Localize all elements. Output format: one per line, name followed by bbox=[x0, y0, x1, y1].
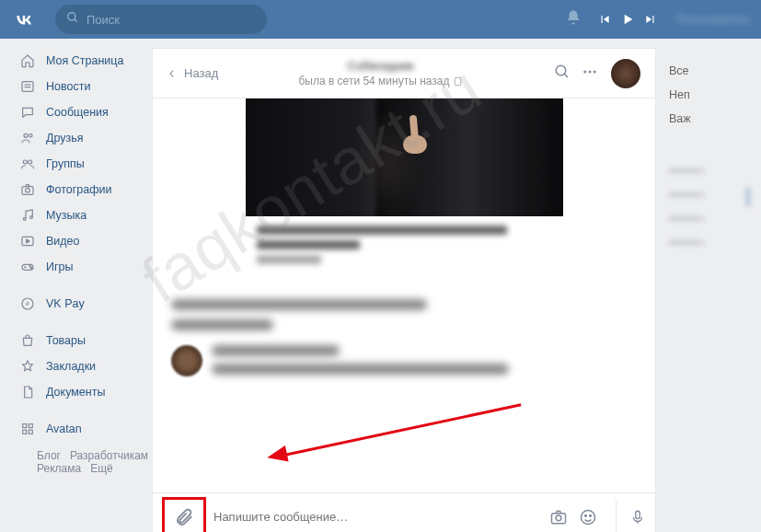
svg-point-0 bbox=[68, 13, 75, 20]
message-avatar[interactable] bbox=[171, 345, 202, 376]
message-input[interactable] bbox=[213, 510, 549, 524]
sidebar-item-video[interactable]: Видео bbox=[18, 228, 152, 254]
messages-icon bbox=[18, 103, 37, 121]
filter-all[interactable]: Все bbox=[669, 64, 748, 88]
back-label: Назад bbox=[184, 66, 218, 80]
music-icon bbox=[18, 206, 37, 225]
sidebar-item-label: Друзья bbox=[46, 132, 84, 145]
next-track-icon[interactable] bbox=[644, 13, 657, 26]
sidebar-item-music[interactable]: Музыка bbox=[18, 202, 152, 228]
svg-point-28 bbox=[583, 70, 586, 73]
footer-link[interactable]: Ещё bbox=[90, 462, 113, 475]
sidebar-item-my-page[interactable]: Моя Страница bbox=[18, 48, 152, 74]
sidebar-item-label: Товары bbox=[46, 334, 86, 347]
sidebar-item-label: Моя Страница bbox=[46, 54, 123, 67]
search-box[interactable] bbox=[55, 5, 267, 34]
sidebar-item-label: Avatan bbox=[46, 422, 82, 435]
home-icon bbox=[18, 52, 37, 70]
sidebar-item-messages[interactable]: Сообщения bbox=[18, 99, 152, 125]
svg-point-34 bbox=[585, 515, 587, 516]
svg-point-10 bbox=[26, 188, 30, 192]
svg-point-33 bbox=[582, 510, 595, 524]
filter-important[interactable]: Важ bbox=[669, 112, 748, 136]
footer-links: БлогРазработчикам РекламаЕщё bbox=[18, 442, 152, 482]
svg-point-17 bbox=[29, 266, 30, 267]
chat-input-bar bbox=[153, 492, 655, 532]
paperclip-icon bbox=[174, 507, 194, 527]
svg-rect-21 bbox=[23, 424, 27, 428]
sidebar-item-label: Группы bbox=[46, 157, 85, 170]
chat-search-icon[interactable] bbox=[554, 64, 571, 84]
svg-point-35 bbox=[590, 515, 592, 516]
sidebar-item-goods[interactable]: Товары bbox=[18, 328, 152, 353]
svg-point-6 bbox=[29, 134, 32, 137]
friends-icon bbox=[18, 129, 37, 147]
chat-panel: Назад Собеседник была в сети 54 минуты н… bbox=[152, 48, 656, 532]
notifications-icon[interactable] bbox=[565, 9, 582, 29]
sidebar-item-groups[interactable]: Группы bbox=[18, 151, 152, 177]
emoji-icon[interactable] bbox=[579, 508, 597, 526]
video-icon bbox=[18, 232, 37, 250]
sidebar-item-label: Закладки bbox=[46, 360, 96, 373]
sidebar-item-photos[interactable]: Фотографии bbox=[18, 177, 152, 202]
mic-icon[interactable] bbox=[629, 508, 646, 526]
chat-peer-status: была в сети 54 минуты назад bbox=[218, 75, 543, 87]
back-button[interactable]: Назад bbox=[167, 66, 218, 80]
left-sidebar: Моя Страница Новости Сообщения Друзья Гр… bbox=[0, 39, 152, 532]
filter-unread[interactable]: Неп bbox=[669, 88, 748, 112]
photo-icon[interactable] bbox=[549, 508, 568, 526]
sidebar-item-label: Новости bbox=[46, 80, 90, 93]
sidebar-item-games[interactable]: Игры bbox=[18, 254, 152, 280]
chat-peer-avatar[interactable] bbox=[611, 59, 640, 88]
svg-rect-22 bbox=[29, 424, 32, 428]
svg-point-32 bbox=[556, 515, 561, 520]
gamepad-icon bbox=[18, 258, 37, 276]
svg-point-11 bbox=[23, 218, 26, 221]
bag-icon bbox=[18, 331, 37, 350]
sidebar-item-label: Видео bbox=[46, 235, 80, 248]
groups-icon bbox=[18, 155, 37, 173]
svg-rect-24 bbox=[29, 430, 32, 434]
sidebar-item-vkpay[interactable]: ₽VK Pay bbox=[18, 291, 152, 317]
sidebar-item-docs[interactable]: Документы bbox=[18, 379, 152, 405]
avatan-icon bbox=[18, 420, 37, 438]
sidebar-item-label: Фотографии bbox=[46, 183, 111, 196]
svg-text:₽: ₽ bbox=[26, 301, 29, 306]
star-icon bbox=[18, 357, 37, 376]
chat-more-icon[interactable] bbox=[582, 64, 598, 84]
sidebar-item-label: VK Pay bbox=[46, 297, 85, 310]
sidebar-item-bookmarks[interactable]: Закладки bbox=[18, 353, 152, 379]
sidebar-item-friends[interactable]: Друзья bbox=[18, 125, 152, 151]
footer-link[interactable]: Разработчикам bbox=[70, 449, 148, 462]
filter-item[interactable]: ——— bbox=[669, 212, 748, 236]
sidebar-item-label: Документы bbox=[46, 386, 105, 399]
message-row bbox=[171, 345, 637, 382]
svg-point-29 bbox=[589, 70, 592, 73]
attach-button-highlight[interactable] bbox=[162, 497, 206, 533]
filter-item[interactable]: ——— bbox=[669, 164, 748, 188]
footer-link[interactable]: Реклама bbox=[37, 462, 81, 475]
svg-rect-2 bbox=[22, 82, 33, 92]
sidebar-item-label: Сообщения bbox=[46, 106, 109, 119]
footer-link[interactable]: Блог bbox=[37, 449, 61, 462]
svg-rect-25 bbox=[455, 77, 460, 85]
filter-item[interactable]: ——— bbox=[669, 236, 748, 260]
search-input[interactable] bbox=[86, 13, 256, 27]
sidebar-item-news[interactable]: Новости bbox=[18, 74, 152, 99]
play-icon[interactable] bbox=[620, 12, 635, 27]
sidebar-item-avatan[interactable]: Avatan bbox=[18, 416, 152, 442]
prev-track-icon[interactable] bbox=[598, 13, 611, 26]
svg-line-27 bbox=[564, 74, 568, 77]
audio-player bbox=[598, 12, 657, 27]
vk-logo[interactable] bbox=[11, 6, 37, 32]
filter-item[interactable]: ——— bbox=[669, 188, 748, 212]
chat-peer-name[interactable]: Собеседник bbox=[218, 59, 543, 73]
sidebar-item-label: Музыка bbox=[46, 209, 86, 222]
header-username[interactable]: Пользователь bbox=[675, 13, 750, 26]
message-attachment[interactable] bbox=[246, 98, 563, 283]
svg-point-7 bbox=[23, 160, 27, 164]
top-header: Пользователь bbox=[0, 0, 761, 39]
svg-rect-23 bbox=[23, 430, 27, 434]
attachment-image bbox=[246, 98, 563, 216]
vkpay-icon: ₽ bbox=[18, 295, 37, 313]
